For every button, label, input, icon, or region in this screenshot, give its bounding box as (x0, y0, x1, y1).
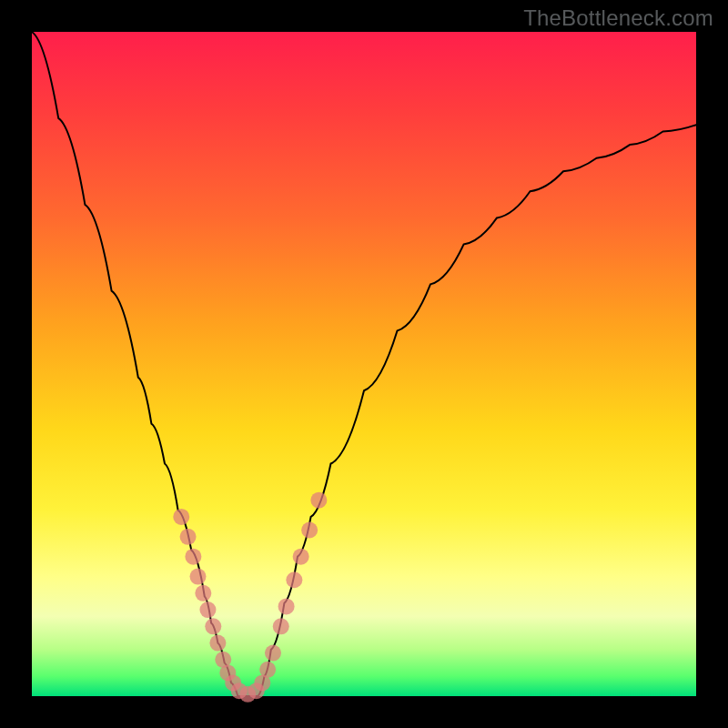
data-point (180, 529, 197, 545)
data-point (195, 585, 211, 602)
data-dots (173, 492, 327, 703)
data-point (265, 645, 281, 662)
data-point (278, 598, 295, 614)
data-point (310, 492, 327, 509)
plot-area (32, 32, 696, 696)
chart-frame: TheBottleneck.com (0, 0, 728, 728)
data-point (301, 522, 318, 539)
right-curve (258, 125, 696, 696)
data-point (185, 549, 201, 565)
data-point (259, 662, 276, 678)
data-point (293, 549, 309, 565)
curve-layer (32, 32, 696, 696)
data-point (190, 569, 207, 585)
data-point (199, 602, 216, 618)
watermark-label: TheBottleneck.com (523, 5, 713, 31)
data-point (173, 509, 189, 525)
data-point (209, 635, 226, 652)
data-point (205, 618, 221, 634)
data-point (273, 618, 289, 634)
data-point (286, 571, 302, 588)
